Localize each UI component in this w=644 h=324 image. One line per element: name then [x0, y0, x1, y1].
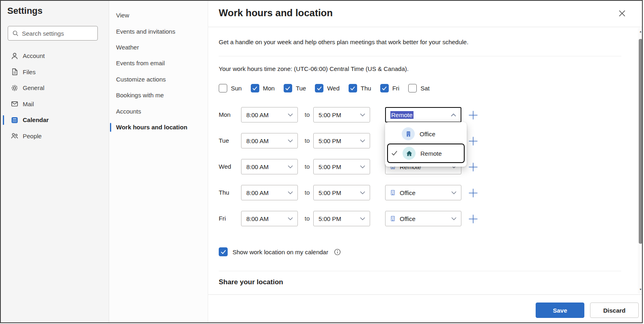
add-hours-button[interactable]: [467, 109, 478, 120]
end-time-select[interactable]: 5:00 PM: [313, 159, 370, 174]
end-time-value: 5:00 PM: [319, 137, 341, 144]
subnav-item-weather[interactable]: Weather: [110, 39, 208, 55]
sidebar-item-mail[interactable]: Mail: [1, 96, 109, 112]
start-time-select[interactable]: 8:00 AM: [241, 159, 298, 174]
building-icon: [390, 215, 396, 222]
chevron-down-icon: [360, 165, 365, 169]
plus-icon: [468, 136, 478, 146]
subnav-item-customize-actions[interactable]: Customize actions: [110, 71, 208, 87]
search-settings-box[interactable]: [8, 26, 98, 41]
menu-item-remote[interactable]: Remote: [387, 144, 465, 163]
sidebar-item-general[interactable]: General: [1, 80, 109, 96]
chevron-up-icon: [451, 113, 456, 117]
subnav-item-label: Events and invitations: [116, 28, 175, 35]
close-button[interactable]: [615, 6, 629, 21]
share-location-heading: Share your location: [219, 278, 283, 286]
subnav-item-view[interactable]: View: [110, 7, 208, 23]
scroll-up-icon[interactable]: ▲: [638, 30, 643, 34]
start-time-value: 8:00 AM: [246, 163, 269, 170]
chevron-down-icon: [451, 191, 457, 195]
day-label: Thu: [361, 85, 371, 92]
start-time-value: 8:00 AM: [246, 215, 269, 222]
end-time-select[interactable]: 5:00 PM: [313, 107, 370, 122]
end-time-select[interactable]: 5:00 PM: [313, 185, 370, 200]
subnav-item-label: Work hours and location: [116, 124, 187, 131]
end-time-value: 5:00 PM: [319, 163, 341, 170]
end-time-select[interactable]: 5:00 PM: [313, 211, 370, 226]
chevron-down-icon: [288, 191, 293, 195]
sidebar-item-label: People: [23, 133, 42, 139]
day-checkbox-sat[interactable]: Sat: [408, 84, 430, 92]
start-time-select[interactable]: 8:00 AM: [241, 211, 298, 226]
checkbox-checked[interactable]: [349, 84, 357, 92]
start-time-select[interactable]: 8:00 AM: [241, 133, 298, 148]
add-hours-button[interactable]: [467, 213, 478, 224]
location-select[interactable]: Office: [385, 185, 461, 200]
subnav-item-label: Accounts: [116, 108, 141, 115]
schedule-row-mon: Mon 8:00 AM to 5:00 PM Remote: [219, 107, 495, 122]
subnav-item-accounts[interactable]: Accounts: [110, 103, 208, 119]
subnav-item-events-from-email[interactable]: Events from email: [110, 55, 208, 71]
day-checkbox-sun[interactable]: Sun: [219, 84, 242, 92]
day-checkbox-tue[interactable]: Tue: [284, 84, 306, 92]
subnav-item-work-hours-and-location[interactable]: Work hours and location: [110, 119, 208, 135]
day-checkbox-mon[interactable]: Mon: [251, 84, 275, 92]
checkbox-checked[interactable]: [251, 84, 259, 92]
menu-item-label: Remote: [420, 150, 442, 157]
checkbox-checked[interactable]: [284, 84, 292, 92]
selected-indicator-bar: [110, 123, 111, 132]
save-button[interactable]: Save: [536, 303, 584, 318]
scrollbar-thumb[interactable]: [639, 39, 642, 244]
person-icon: [11, 52, 19, 60]
checkbox-unchecked[interactable]: [219, 84, 227, 92]
scroll-down-icon[interactable]: ▼: [638, 288, 643, 292]
work-days-row: Sun Mon Tue Wed Thu Fri: [219, 84, 430, 92]
add-hours-button[interactable]: [467, 187, 478, 198]
chevron-down-icon: [288, 113, 293, 117]
sidebar-item-files[interactable]: Files: [1, 64, 109, 80]
discard-button[interactable]: Discard: [590, 303, 639, 318]
checkbox-checked[interactable]: [380, 84, 389, 92]
start-time-value: 8:00 AM: [246, 137, 269, 144]
day-checkbox-fri[interactable]: Fri: [380, 84, 400, 92]
home-icon: [406, 150, 413, 157]
chevron-down-icon: [451, 217, 457, 221]
subnav-item-label: Events from email: [116, 60, 165, 67]
end-time-select[interactable]: 5:00 PM: [313, 133, 370, 148]
start-time-select[interactable]: 8:00 AM: [241, 107, 298, 122]
schedule-row-fri: Fri 8:00 AM to 5:00 PM Office: [219, 211, 495, 226]
day-checkbox-thu[interactable]: Thu: [349, 84, 371, 92]
sidebar-item-account[interactable]: Account: [1, 48, 109, 64]
checkbox-checked[interactable]: [315, 84, 323, 92]
search-input[interactable]: [22, 30, 103, 37]
subnav-item-label: Weather: [116, 44, 139, 51]
location-select[interactable]: Office: [385, 211, 461, 226]
show-work-location-row[interactable]: Show work location on my calendar: [219, 247, 341, 256]
sidebar-item-calendar[interactable]: Calendar: [1, 112, 109, 128]
menu-item-office[interactable]: Office: [387, 124, 465, 144]
start-time-value: 8:00 AM: [246, 189, 269, 196]
subnav-item-bookings-with-me[interactable]: Bookings with me: [110, 87, 208, 103]
day-checkbox-wed[interactable]: Wed: [315, 84, 340, 92]
end-time-value: 5:00 PM: [319, 189, 341, 196]
office-icon-circle: [402, 127, 415, 140]
schedule-row-thu: Thu 8:00 AM to 5:00 PM Office: [219, 185, 495, 200]
add-hours-button[interactable]: [467, 161, 478, 172]
location-combobox-open[interactable]: Remote: [385, 107, 461, 122]
add-hours-button[interactable]: [467, 135, 478, 146]
start-time-select[interactable]: 8:00 AM: [241, 185, 298, 200]
header-divider: [208, 27, 643, 27]
row-day-label: Wed: [219, 159, 231, 174]
checkbox-checked[interactable]: [219, 247, 228, 256]
subnav-item-events-and-invitations[interactable]: Events and invitations: [110, 23, 208, 39]
sidebar-item-people[interactable]: People: [1, 128, 109, 144]
info-icon[interactable]: [334, 249, 341, 255]
sidebar-item-label: Mail: [23, 101, 34, 107]
chevron-down-icon: [360, 191, 365, 195]
end-time-value: 5:00 PM: [319, 215, 341, 222]
to-label: to: [301, 133, 313, 148]
checkbox-unchecked[interactable]: [408, 84, 417, 92]
chevron-down-icon: [360, 217, 365, 221]
location-value: Office: [400, 215, 416, 222]
vertical-scrollbar[interactable]: ▲ ▼: [638, 28, 643, 294]
